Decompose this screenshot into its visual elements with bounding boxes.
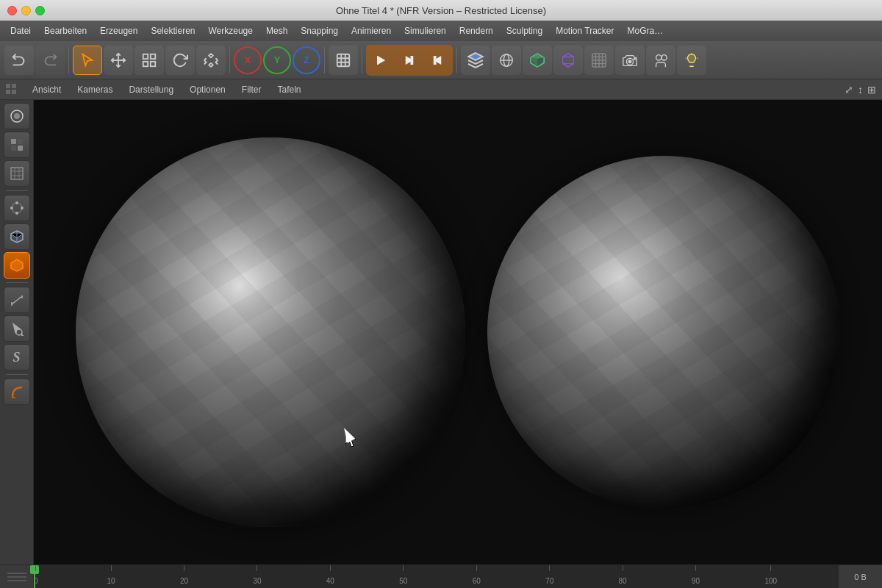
menu-simulieren[interactable]: Simulieren: [398, 24, 452, 38]
minimize-button[interactable]: [21, 6, 31, 15]
timeline-marker: 50: [399, 565, 407, 588]
svg-line-23: [563, 63, 568, 67]
svg-marker-18: [537, 57, 544, 67]
menu-erzeugen[interactable]: Erzeugen: [94, 24, 143, 38]
menu-rendern[interactable]: Rendern: [453, 24, 499, 38]
move-icon[interactable]: ⤢: [845, 84, 853, 96]
main-area: S: [0, 100, 882, 564]
timeline-left-pad: [0, 565, 34, 588]
svg-line-61: [12, 296, 22, 304]
sidebar-measure-btn[interactable]: [4, 287, 30, 313]
svg-point-56: [12, 203, 22, 213]
redo-button[interactable]: [35, 46, 65, 75]
gems-button[interactable]: [523, 46, 552, 75]
spectator-button[interactable]: [646, 46, 675, 75]
svg-point-57: [15, 201, 18, 204]
sphere-right: [487, 156, 840, 509]
menu-selektieren[interactable]: Selektieren: [145, 24, 201, 38]
wireframe-button[interactable]: [553, 46, 583, 75]
expand-icon[interactable]: ⊞: [867, 84, 876, 96]
view-modes-group: [461, 46, 706, 75]
move-tool-button[interactable]: [104, 46, 133, 75]
timeline-marker: 30: [253, 565, 261, 588]
timeline-marker: 20: [180, 565, 188, 588]
menu-motion-tracker[interactable]: Motion Tracker: [550, 24, 620, 38]
menu-bearbeiten[interactable]: Bearbeiten: [38, 24, 93, 38]
secondary-toolbar: Ansicht Kameras Darstellung Optionen Fil…: [0, 79, 882, 100]
z-axis-button[interactable]: Z: [293, 46, 320, 74]
wire-view-button[interactable]: [492, 46, 521, 75]
rotate-tool-button[interactable]: [165, 46, 195, 75]
window-title: Ohne Titel 4 * (NFR Version – Restricted…: [336, 5, 546, 16]
sidebar-select-btn[interactable]: [4, 315, 30, 342]
select-tool-button[interactable]: [73, 46, 102, 75]
svg-rect-51: [11, 168, 23, 179]
camera-button[interactable]: [615, 46, 645, 75]
menu-snapping[interactable]: Snapping: [295, 24, 344, 38]
sec-ansicht[interactable]: Ansicht: [25, 82, 68, 97]
timeline-marker: 70: [545, 565, 553, 588]
timeline-track[interactable]: 0102030405060708090100: [34, 565, 838, 588]
sidebar-shape-btn[interactable]: [4, 252, 30, 279]
scale-tool-button[interactable]: [135, 46, 164, 75]
playback-group: [366, 45, 453, 76]
sidebar-s-btn[interactable]: S: [4, 344, 30, 370]
sec-optionen[interactable]: Optionen: [182, 82, 233, 97]
axis-group: X Y Z: [234, 46, 320, 74]
svg-point-35: [634, 58, 636, 60]
sidebar-bend-btn[interactable]: [4, 379, 30, 405]
menu-mesh[interactable]: Mesh: [260, 24, 293, 38]
sec-darstellung[interactable]: Darstellung: [121, 82, 181, 97]
menu-sculpting[interactable]: Sculpting: [501, 24, 548, 38]
sec-kameras[interactable]: Kameras: [70, 82, 120, 97]
play-button-2[interactable]: [396, 47, 423, 74]
menu-werkzeuge[interactable]: Werkzeuge: [202, 24, 258, 38]
viewport[interactable]: [34, 100, 882, 564]
menu-mogra[interactable]: MoGra…: [622, 24, 670, 38]
timeline-marker: 60: [473, 565, 481, 588]
sidebar-vertex-btn[interactable]: [4, 195, 30, 221]
svg-point-36: [656, 54, 662, 60]
play-button-1[interactable]: [368, 47, 395, 74]
timeline-marker: 40: [326, 565, 334, 588]
cube-view-button[interactable]: [461, 46, 490, 75]
coordinate-tool-button[interactable]: [329, 46, 358, 75]
sidebar-sep-3: [6, 374, 28, 375]
sidebar-cube-btn[interactable]: [4, 223, 30, 250]
light-bulb-button[interactable]: [677, 46, 706, 75]
x-axis-button[interactable]: X: [234, 46, 262, 74]
svg-point-64: [16, 329, 22, 335]
sidebar-grid-btn[interactable]: [4, 160, 30, 187]
sidebar-display-btn[interactable]: [4, 103, 30, 129]
fit-icon[interactable]: ↕: [858, 84, 863, 96]
svg-marker-7: [378, 56, 386, 65]
light-button[interactable]: [584, 46, 614, 75]
play-button-3[interactable]: [424, 47, 451, 74]
undo-button[interactable]: [4, 46, 34, 75]
sidebar-texture-btn[interactable]: [4, 132, 30, 158]
sec-tafeln[interactable]: Tafeln: [270, 82, 308, 97]
menu-animieren[interactable]: Animieren: [345, 24, 397, 38]
svg-rect-4: [143, 61, 148, 65]
timeline: 0102030405060708090100 0 B: [0, 564, 882, 588]
sep-5: [456, 47, 457, 74]
svg-rect-70: [7, 580, 26, 581]
svg-rect-41: [6, 84, 10, 88]
sep-3: [324, 47, 325, 74]
menu-datei[interactable]: Datei: [4, 24, 37, 38]
transform-tool-button[interactable]: [196, 46, 226, 75]
title-bar: Ohne Titel 4 * (NFR Version – Restricted…: [0, 0, 882, 21]
sec-filter[interactable]: Filter: [234, 82, 269, 97]
svg-point-34: [628, 60, 631, 63]
svg-rect-50: [18, 146, 23, 151]
svg-rect-49: [11, 146, 16, 151]
svg-rect-3: [151, 54, 155, 58]
y-axis-button[interactable]: Y: [263, 46, 291, 74]
svg-line-22: [563, 53, 568, 57]
svg-rect-5: [151, 61, 155, 65]
undo-redo-group: [4, 46, 65, 75]
svg-rect-47: [11, 139, 16, 144]
maximize-button[interactable]: [35, 6, 45, 15]
close-button[interactable]: [7, 6, 17, 15]
svg-marker-10: [411, 56, 414, 65]
